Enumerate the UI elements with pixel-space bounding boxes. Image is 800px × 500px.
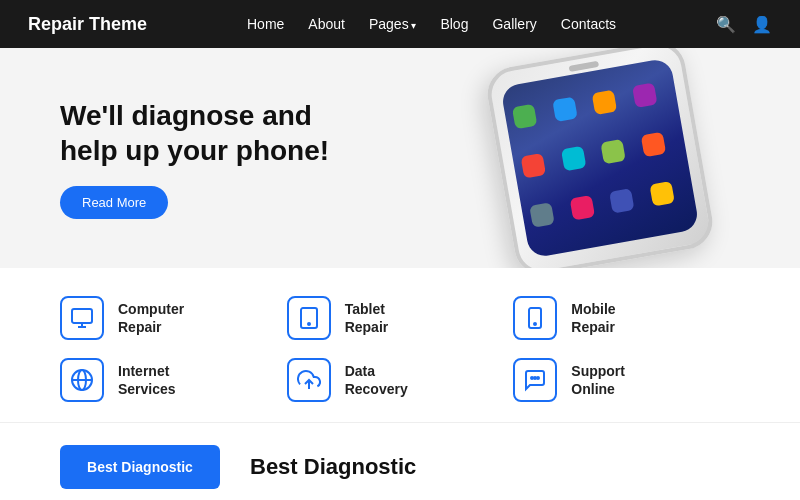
support-online-icon [513,358,557,402]
tablet-repair-icon [287,296,331,340]
svg-point-11 [531,377,533,379]
internet-services-icon [60,358,104,402]
computer-repair-icon [60,296,104,340]
best-diagnostic-title: Best Diagnostic [250,454,416,480]
app-icon [632,83,657,108]
app-icon [592,90,617,115]
app-icon [609,188,634,213]
bottom-section: Best Diagnostic Best Diagnostic [0,423,800,500]
app-icon [552,97,577,122]
computer-repair-label: ComputerRepair [118,300,184,336]
nav-links: Home About Pages Blog Gallery Contacts [247,15,616,33]
app-icon [529,202,554,227]
support-online-label: SupportOnline [571,362,625,398]
svg-point-13 [537,377,539,379]
data-recovery-label: DataRecovery [345,362,408,398]
nav-gallery[interactable]: Gallery [492,16,536,32]
navbar: Repair Theme Home About Pages Blog Galle… [0,0,800,48]
nav-home[interactable]: Home [247,16,284,32]
svg-point-12 [534,377,536,379]
app-icon [512,104,537,129]
svg-point-4 [308,323,310,325]
app-icon [649,181,674,206]
svg-point-6 [534,323,536,325]
brand-logo: Repair Theme [28,14,147,35]
read-more-button[interactable]: Read More [60,186,168,219]
service-computer-repair: ComputerRepair [60,296,287,340]
app-icon [600,139,625,164]
hero-text: We'll diagnose and help up your phone! R… [60,98,329,219]
hero-headline: We'll diagnose and help up your phone! [60,98,329,168]
nav-about[interactable]: About [308,16,345,32]
service-mobile-repair: MobileRepair [513,296,740,340]
tablet-repair-label: TabletRepair [345,300,389,336]
service-tablet-repair: TabletRepair [287,296,514,340]
mobile-repair-icon [513,296,557,340]
services-section: ComputerRepair TabletRepair MobileRepair… [0,268,800,423]
hero-section: We'll diagnose and help up your phone! R… [0,48,800,268]
service-internet-services: InternetServices [60,358,287,402]
data-recovery-icon [287,358,331,402]
phone-screen [500,57,700,258]
svg-rect-0 [72,309,92,323]
service-data-recovery: DataRecovery [287,358,514,402]
phone-illustration [483,48,716,268]
nav-pages[interactable]: Pages [369,16,416,32]
service-support-online: SupportOnline [513,358,740,402]
nav-contacts[interactable]: Contacts [561,16,616,32]
mobile-repair-label: MobileRepair [571,300,615,336]
nav-icon-group: 🔍 👤 [716,15,772,34]
nav-blog[interactable]: Blog [440,16,468,32]
internet-services-label: InternetServices [118,362,176,398]
app-icon [640,132,665,157]
user-icon[interactable]: 👤 [752,15,772,34]
best-diagnostic-button[interactable]: Best Diagnostic [60,445,220,489]
app-icon [521,153,546,178]
app-icon [560,146,585,171]
search-icon[interactable]: 🔍 [716,15,736,34]
app-icon [569,195,594,220]
